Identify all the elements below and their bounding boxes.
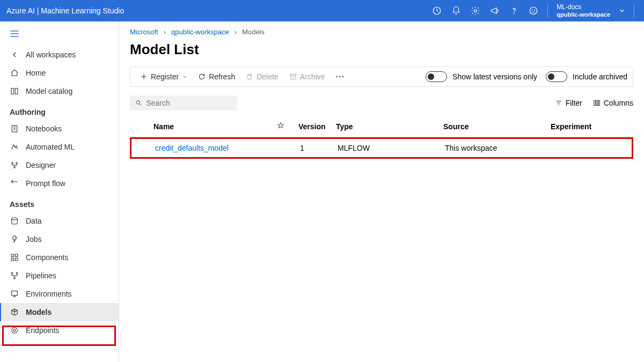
- sidebar-item-label: Jobs: [26, 235, 42, 243]
- search-box[interactable]: [130, 95, 237, 110]
- sidebar-item-label: All workspaces: [26, 50, 76, 59]
- svg-rect-8: [12, 125, 17, 132]
- endpoints-icon: [10, 326, 19, 335]
- toolbar: Register Refresh Delete Archive ··· Show…: [130, 67, 633, 87]
- divider: [634, 4, 634, 17]
- model-name-link[interactable]: credit_defaults_model: [155, 144, 229, 152]
- account-switcher[interactable]: ML-docs qpublic-workspace: [553, 3, 613, 18]
- sidebar-item-label: Prompt flow: [26, 179, 65, 188]
- main-content: Microsoft › qpublic-workspace › Models M…: [119, 21, 644, 362]
- svg-rect-15: [11, 258, 14, 261]
- star-icon[interactable]: [277, 122, 298, 131]
- sidebar-pipelines[interactable]: Pipelines: [0, 267, 119, 285]
- toggle-include-archived[interactable]: [546, 71, 567, 82]
- svg-point-17: [11, 272, 13, 274]
- sidebar-all-workspaces[interactable]: All workspaces: [0, 46, 119, 64]
- account-workspace: qpublic-workspace: [557, 11, 610, 18]
- col-experiment[interactable]: Experiment: [551, 122, 636, 131]
- jobs-icon: [10, 234, 19, 244]
- sidebar-components[interactable]: Components: [0, 248, 119, 267]
- register-button[interactable]: Register: [136, 70, 192, 83]
- models-icon: [10, 307, 19, 317]
- page-title: Model List: [130, 41, 633, 58]
- hamburger-icon[interactable]: [0, 27, 119, 46]
- cell-type: MLFLOW: [338, 144, 445, 152]
- sidebar-home[interactable]: Home: [0, 64, 119, 82]
- megaphone-icon[interactable]: [486, 2, 503, 19]
- filter-button[interactable]: Filter: [555, 99, 582, 107]
- sidebar-item-label: Pipelines: [26, 271, 56, 280]
- help-icon[interactable]: [506, 2, 523, 19]
- components-icon: [10, 253, 19, 262]
- prompt-flow-icon: [10, 179, 19, 188]
- button-label: Delete: [257, 72, 278, 81]
- sidebar-item-label: Models: [26, 308, 52, 316]
- sidebar-item-label: Automated ML: [26, 143, 75, 151]
- breadcrumb-workspace[interactable]: qpublic-workspace: [171, 28, 229, 36]
- chevron-down-icon[interactable]: [616, 7, 628, 14]
- smile-icon[interactable]: [525, 2, 542, 19]
- columns-button[interactable]: Columns: [593, 99, 633, 107]
- catalog-icon: [10, 86, 19, 96]
- svg-rect-16: [15, 258, 18, 261]
- pipelines-icon: [10, 271, 19, 280]
- environments-icon: [10, 289, 19, 299]
- svg-rect-27: [598, 100, 599, 105]
- sidebar-item-label: Notebooks: [26, 124, 62, 133]
- clock-icon[interactable]: [428, 2, 445, 19]
- search-input[interactable]: [146, 99, 232, 107]
- sidebar-jobs[interactable]: Jobs: [0, 230, 119, 248]
- top-bar: Azure AI | Machine Learning Studio ML-do…: [0, 0, 644, 21]
- sidebar-section-authoring: Authoring: [0, 100, 119, 120]
- sidebar-prompt-flow[interactable]: Prompt flow: [0, 174, 119, 193]
- bell-icon[interactable]: [448, 2, 465, 19]
- toggle-latest-versions[interactable]: [426, 71, 447, 82]
- account-user: ML-docs: [557, 3, 610, 11]
- col-version[interactable]: Version: [298, 122, 336, 131]
- svg-rect-20: [12, 291, 18, 295]
- sidebar-item-label: Designer: [26, 161, 56, 169]
- sidebar-models[interactable]: Models: [0, 303, 119, 321]
- sidebar-item-label: Environments: [26, 290, 72, 298]
- col-name[interactable]: Name: [153, 122, 277, 131]
- sidebar-item-label: Model catalog: [26, 87, 72, 95]
- table-row[interactable]: credit_defaults_model 1 MLFLOW This work…: [130, 137, 633, 159]
- svg-point-5: [535, 10, 535, 10]
- svg-rect-6: [11, 88, 14, 94]
- breadcrumb-root[interactable]: Microsoft: [130, 28, 158, 36]
- chevron-right-icon: ›: [235, 28, 237, 36]
- svg-point-9: [12, 162, 13, 164]
- breadcrumb-current: Models: [242, 28, 265, 36]
- svg-point-24: [136, 101, 140, 104]
- search-icon: [135, 99, 142, 107]
- notebook-icon: [10, 124, 19, 134]
- sidebar-designer[interactable]: Designer: [0, 156, 119, 174]
- sidebar-data[interactable]: Data: [0, 212, 119, 230]
- svg-point-12: [12, 218, 18, 220]
- sidebar-model-catalog[interactable]: Model catalog: [0, 82, 119, 100]
- cell-source: This workspace: [445, 144, 552, 152]
- sidebar-notebooks[interactable]: Notebooks: [0, 120, 119, 138]
- sidebar-environments[interactable]: Environments: [0, 285, 119, 303]
- topbar-actions: ML-docs qpublic-workspace: [428, 2, 638, 19]
- col-type[interactable]: Type: [336, 122, 443, 131]
- columns-icon: [593, 99, 601, 107]
- sidebar-item-label: Data: [26, 217, 42, 225]
- sidebar-automated-ml[interactable]: Automated ML: [0, 138, 119, 156]
- col-source[interactable]: Source: [443, 122, 551, 131]
- toggle-label: Include archived: [573, 72, 627, 81]
- more-button[interactable]: ···: [331, 70, 349, 83]
- svg-rect-23: [290, 74, 296, 76]
- svg-rect-25: [594, 100, 596, 105]
- svg-point-10: [16, 162, 18, 164]
- filter-bar: Filter Columns: [130, 94, 633, 113]
- refresh-button[interactable]: Refresh: [194, 70, 239, 83]
- sidebar-item-label: Home: [26, 69, 46, 77]
- gear-icon[interactable]: [467, 2, 484, 19]
- svg-rect-14: [15, 254, 18, 257]
- svg-point-18: [16, 272, 18, 274]
- toggle-label: Show latest versions only: [452, 72, 537, 81]
- sidebar-endpoints[interactable]: Endpoints: [0, 321, 119, 339]
- svg-point-4: [532, 10, 533, 10]
- cell-version: 1: [300, 144, 338, 152]
